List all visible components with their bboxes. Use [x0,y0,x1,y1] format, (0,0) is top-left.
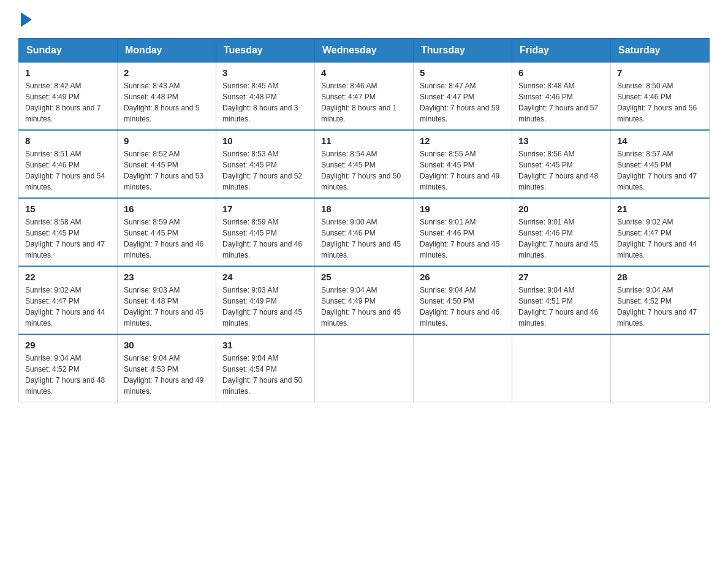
day-number: 30 [124,340,210,350]
day-number: 2 [124,67,210,78]
day-number: 29 [25,340,111,350]
day-number: 20 [518,204,604,214]
calendar-day-cell: 6Sunrise: 8:48 AMSunset: 4:46 PMDaylight… [512,63,611,131]
calendar-week-row: 22Sunrise: 9:02 AMSunset: 4:47 PMDayligh… [19,266,710,334]
day-number: 8 [25,136,111,146]
day-info: Sunrise: 8:53 AMSunset: 4:45 PMDaylight:… [222,148,308,193]
day-number: 27 [518,272,604,282]
day-of-week-header: Saturday [611,39,710,63]
day-info: Sunrise: 8:50 AMSunset: 4:46 PMDaylight:… [617,80,703,124]
day-of-week-header: Sunday [19,39,118,63]
day-info: Sunrise: 9:04 AMSunset: 4:52 PMDaylight:… [25,353,111,397]
calendar-day-cell: 22Sunrise: 9:02 AMSunset: 4:47 PMDayligh… [19,266,118,334]
day-number: 1 [25,67,111,78]
day-number: 7 [617,67,703,78]
calendar-day-cell: 31Sunrise: 9:04 AMSunset: 4:54 PMDayligh… [216,334,315,402]
calendar-day-cell: 7Sunrise: 8:50 AMSunset: 4:46 PMDaylight… [611,63,710,131]
calendar-day-cell: 24Sunrise: 9:03 AMSunset: 4:49 PMDayligh… [216,266,315,334]
calendar-day-cell: 21Sunrise: 9:02 AMSunset: 4:47 PMDayligh… [611,198,710,266]
calendar-day-cell: 28Sunrise: 9:04 AMSunset: 4:52 PMDayligh… [611,266,710,334]
day-number: 19 [420,204,506,214]
calendar-day-cell: 17Sunrise: 8:59 AMSunset: 4:45 PMDayligh… [216,198,315,266]
day-info: Sunrise: 8:48 AMSunset: 4:46 PMDaylight:… [518,80,604,124]
calendar-week-row: 8Sunrise: 8:51 AMSunset: 4:46 PMDaylight… [19,130,710,198]
calendar-day-cell: 23Sunrise: 9:03 AMSunset: 4:48 PMDayligh… [118,266,216,334]
day-info: Sunrise: 8:55 AMSunset: 4:45 PMDaylight:… [420,148,506,193]
calendar-day-cell: 19Sunrise: 9:01 AMSunset: 4:46 PMDayligh… [414,198,512,266]
day-info: Sunrise: 8:47 AMSunset: 4:47 PMDaylight:… [420,80,506,124]
day-number: 21 [617,204,703,214]
day-info: Sunrise: 9:04 AMSunset: 4:53 PMDaylight:… [124,353,210,397]
day-info: Sunrise: 8:58 AMSunset: 4:45 PMDaylight:… [25,216,111,261]
day-number: 5 [420,67,506,78]
day-of-week-header: Wednesday [315,39,414,63]
day-number: 14 [617,136,703,146]
day-of-week-header: Friday [512,39,611,63]
calendar-day-cell: 12Sunrise: 8:55 AMSunset: 4:45 PMDayligh… [414,130,512,198]
day-info: Sunrise: 8:59 AMSunset: 4:45 PMDaylight:… [124,216,210,261]
calendar-day-cell: 13Sunrise: 8:56 AMSunset: 4:45 PMDayligh… [512,130,611,198]
day-of-week-header: Tuesday [216,39,315,63]
day-info: Sunrise: 8:43 AMSunset: 4:48 PMDaylight:… [124,80,210,124]
day-info: Sunrise: 9:04 AMSunset: 4:52 PMDaylight:… [617,285,703,329]
day-number: 28 [617,272,703,282]
day-number: 18 [321,204,407,214]
calendar-day-cell: 20Sunrise: 9:01 AMSunset: 4:46 PMDayligh… [512,198,611,266]
day-info: Sunrise: 9:04 AMSunset: 4:49 PMDaylight:… [321,285,407,329]
day-number: 12 [420,136,506,146]
calendar-week-row: 15Sunrise: 8:58 AMSunset: 4:45 PMDayligh… [19,198,710,266]
day-number: 3 [222,67,308,78]
day-number: 17 [222,204,308,214]
day-info: Sunrise: 8:59 AMSunset: 4:45 PMDaylight:… [222,216,308,261]
day-number: 15 [25,204,111,214]
day-number: 23 [124,272,210,282]
calendar-day-cell [414,334,512,402]
logo-arrow-icon [21,12,32,27]
day-info: Sunrise: 8:56 AMSunset: 4:45 PMDaylight:… [518,148,604,193]
day-info: Sunrise: 9:04 AMSunset: 4:50 PMDaylight:… [420,285,506,329]
day-info: Sunrise: 8:52 AMSunset: 4:45 PMDaylight:… [124,148,210,193]
day-number: 13 [518,136,604,146]
day-info: Sunrise: 9:01 AMSunset: 4:46 PMDaylight:… [420,216,506,261]
calendar-week-row: 29Sunrise: 9:04 AMSunset: 4:52 PMDayligh… [19,334,710,402]
calendar-day-cell: 15Sunrise: 8:58 AMSunset: 4:45 PMDayligh… [19,198,118,266]
day-number: 31 [222,340,308,350]
calendar-day-cell: 25Sunrise: 9:04 AMSunset: 4:49 PMDayligh… [315,266,414,334]
day-number: 10 [222,136,308,146]
day-number: 25 [321,272,407,282]
calendar-day-cell: 30Sunrise: 9:04 AMSunset: 4:53 PMDayligh… [118,334,216,402]
calendar-day-cell: 3Sunrise: 8:45 AMSunset: 4:48 PMDaylight… [216,63,315,131]
calendar-day-cell: 11Sunrise: 8:54 AMSunset: 4:45 PMDayligh… [315,130,414,198]
day-number: 24 [222,272,308,282]
calendar-week-row: 1Sunrise: 8:42 AMSunset: 4:49 PMDaylight… [19,63,710,131]
calendar-day-cell [611,334,710,402]
day-number: 26 [420,272,506,282]
day-number: 11 [321,136,407,146]
page-header [18,12,710,26]
day-of-week-header: Thursday [414,39,512,63]
day-info: Sunrise: 9:03 AMSunset: 4:48 PMDaylight:… [124,285,210,329]
day-info: Sunrise: 9:02 AMSunset: 4:47 PMDaylight:… [25,285,111,329]
day-info: Sunrise: 9:04 AMSunset: 4:51 PMDaylight:… [518,285,604,329]
logo [18,12,32,26]
day-number: 4 [321,67,407,78]
day-number: 9 [124,136,210,146]
day-number: 22 [25,272,111,282]
day-info: Sunrise: 8:42 AMSunset: 4:49 PMDaylight:… [25,80,111,124]
day-header-row: SundayMondayTuesdayWednesdayThursdayFrid… [19,39,710,63]
calendar-day-cell [315,334,414,402]
day-number: 16 [124,204,210,214]
calendar-day-cell: 4Sunrise: 8:46 AMSunset: 4:47 PMDaylight… [315,63,414,131]
calendar-day-cell: 1Sunrise: 8:42 AMSunset: 4:49 PMDaylight… [19,63,118,131]
day-info: Sunrise: 8:45 AMSunset: 4:48 PMDaylight:… [222,80,308,124]
calendar-day-cell: 29Sunrise: 9:04 AMSunset: 4:52 PMDayligh… [19,334,118,402]
day-info: Sunrise: 9:01 AMSunset: 4:46 PMDaylight:… [518,216,604,261]
day-info: Sunrise: 8:51 AMSunset: 4:46 PMDaylight:… [25,148,111,193]
day-info: Sunrise: 9:04 AMSunset: 4:54 PMDaylight:… [222,353,308,397]
day-info: Sunrise: 9:02 AMSunset: 4:47 PMDaylight:… [617,216,703,261]
day-number: 6 [518,67,604,78]
calendar-day-cell: 10Sunrise: 8:53 AMSunset: 4:45 PMDayligh… [216,130,315,198]
day-info: Sunrise: 9:03 AMSunset: 4:49 PMDaylight:… [222,285,308,329]
calendar-day-cell: 8Sunrise: 8:51 AMSunset: 4:46 PMDaylight… [19,130,118,198]
calendar-table: SundayMondayTuesdayWednesdayThursdayFrid… [18,38,710,402]
